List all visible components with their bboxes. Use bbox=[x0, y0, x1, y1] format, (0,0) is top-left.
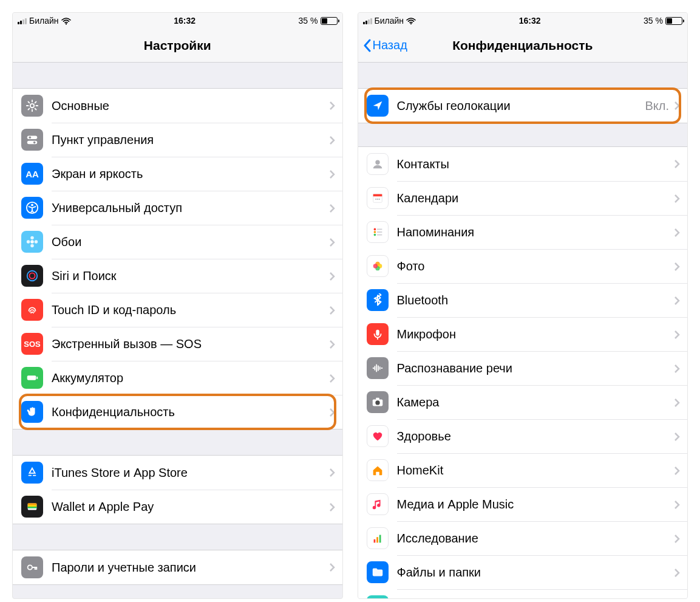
back-label: Назад bbox=[373, 38, 407, 52]
svg-rect-20 bbox=[28, 507, 37, 508]
chevron-right-icon bbox=[674, 228, 680, 238]
privacy-content: Службы геолокацииВкл. КонтактыКалендариН… bbox=[358, 63, 688, 598]
settings-row-gear[interactable]: Основные bbox=[13, 89, 342, 123]
settings-row-location[interactable]: Службы геолокацииВкл. bbox=[358, 89, 688, 123]
chevron-right-icon bbox=[674, 296, 680, 306]
settings-row-mic[interactable]: Микрофон bbox=[358, 317, 688, 351]
siri-icon bbox=[21, 265, 43, 287]
svg-point-22 bbox=[410, 23, 412, 24]
wallet-icon bbox=[21, 496, 43, 518]
appstore-icon bbox=[21, 462, 43, 484]
settings-row-aa[interactable]: AAЭкран и яркость bbox=[13, 157, 342, 191]
hand-icon bbox=[21, 401, 43, 423]
wifi-icon bbox=[406, 17, 416, 24]
settings-row-hand[interactable]: Конфиденциальность bbox=[13, 395, 342, 429]
settings-row-battery[interactable]: Аккумулятор bbox=[13, 361, 342, 395]
chevron-right-icon bbox=[329, 306, 335, 315]
settings-row-siri[interactable]: Siri и Поиск bbox=[13, 259, 342, 293]
svg-point-1 bbox=[30, 104, 34, 108]
row-label: Wallet и Apple Pay bbox=[52, 500, 324, 514]
svg-rect-2 bbox=[27, 136, 38, 140]
settings-row-accessibility[interactable]: Универсальный доступ bbox=[13, 191, 342, 225]
settings-row-fingerprint[interactable]: Touch ID и код-пароль bbox=[13, 293, 342, 327]
key-icon bbox=[21, 556, 43, 578]
svg-point-8 bbox=[30, 240, 34, 244]
svg-point-27 bbox=[377, 199, 378, 200]
chevron-right-icon bbox=[674, 262, 680, 272]
settings-row-sos[interactable]: SOSЭкстренный вызов — SOS bbox=[13, 327, 342, 361]
row-label: Камера bbox=[397, 395, 670, 409]
svg-rect-15 bbox=[27, 375, 36, 380]
settings-row-calendar[interactable]: Календари bbox=[358, 181, 688, 215]
svg-point-7 bbox=[31, 204, 33, 207]
row-label: Touch ID и код-пароль bbox=[52, 303, 324, 317]
settings-row-reminders[interactable]: Напоминания bbox=[358, 215, 688, 249]
settings-row-key[interactable]: Пароли и учетные записи bbox=[13, 550, 342, 584]
settings-row-waveform[interactable]: Распознавание речи bbox=[358, 351, 688, 385]
settings-row-research[interactable]: Исследование bbox=[358, 521, 688, 555]
settings-row-camera[interactable]: Камера bbox=[358, 385, 688, 419]
row-value: Вкл. bbox=[645, 99, 669, 113]
settings-row-home[interactable]: HomeKit bbox=[358, 453, 688, 487]
research-icon bbox=[367, 527, 389, 549]
flower-icon bbox=[21, 231, 43, 253]
settings-row-heart[interactable]: Здоровье bbox=[358, 419, 688, 453]
chevron-right-icon bbox=[674, 568, 680, 578]
settings-row-flower[interactable]: Обои bbox=[13, 225, 342, 259]
row-label: Экстренный вызов — SOS bbox=[52, 337, 324, 351]
svg-rect-34 bbox=[377, 234, 382, 236]
settings-row-wallet[interactable]: Wallet и Apple Pay bbox=[13, 490, 342, 524]
phone-settings: Билайн 16:32 35 % Настройки ОсновныеПунк… bbox=[12, 12, 343, 599]
settings-row-bluetooth[interactable]: Bluetooth bbox=[358, 283, 688, 317]
sos-icon: SOS bbox=[21, 333, 43, 355]
back-button[interactable]: Назад bbox=[363, 29, 407, 62]
contacts-icon bbox=[367, 153, 389, 175]
row-label: Пароли и учетные записи bbox=[52, 561, 324, 575]
svg-point-26 bbox=[375, 199, 376, 200]
svg-point-14 bbox=[29, 273, 35, 278]
chevron-right-icon bbox=[329, 468, 335, 477]
settings-row-photos[interactable]: Фото bbox=[358, 249, 688, 283]
svg-rect-43 bbox=[373, 539, 375, 543]
settings-row-switches[interactable]: Пункт управления bbox=[13, 123, 342, 157]
chevron-right-icon bbox=[329, 374, 335, 383]
svg-rect-25 bbox=[373, 194, 382, 197]
svg-point-10 bbox=[30, 244, 34, 248]
chevron-right-icon bbox=[674, 432, 680, 442]
reminders-icon bbox=[367, 221, 389, 243]
status-time: 16:32 bbox=[519, 16, 541, 26]
row-label: Напоминания bbox=[397, 225, 670, 239]
battery-icon bbox=[665, 17, 682, 25]
settings-row-fitness[interactable]: Движения и фитнес bbox=[358, 589, 688, 598]
signal-icon bbox=[18, 17, 27, 24]
status-time: 16:32 bbox=[174, 16, 195, 26]
waveform-icon bbox=[367, 357, 389, 379]
chevron-right-icon bbox=[674, 101, 680, 111]
chevron-right-icon bbox=[674, 364, 680, 374]
row-label: Пункт управления bbox=[52, 133, 324, 147]
row-label: Экран и яркость bbox=[52, 167, 324, 181]
chevron-right-icon bbox=[329, 563, 335, 572]
home-icon bbox=[367, 459, 389, 481]
settings-row-folder[interactable]: Файлы и папки bbox=[358, 555, 688, 589]
svg-rect-32 bbox=[377, 229, 382, 230]
heart-icon bbox=[367, 425, 389, 447]
battery-percent: 35 % bbox=[644, 16, 663, 26]
calendar-icon bbox=[367, 187, 389, 209]
svg-point-5 bbox=[33, 142, 36, 144]
nav-bar: Настройки bbox=[13, 29, 342, 63]
carrier-label: Билайн bbox=[375, 16, 404, 26]
svg-rect-33 bbox=[377, 231, 382, 233]
row-label: Здоровье bbox=[397, 429, 670, 443]
chevron-right-icon bbox=[329, 135, 335, 145]
svg-point-21 bbox=[28, 565, 32, 569]
svg-rect-39 bbox=[376, 330, 379, 336]
battery-icon bbox=[21, 367, 43, 389]
chevron-right-icon bbox=[674, 534, 680, 544]
chevron-right-icon bbox=[674, 500, 680, 510]
settings-row-music[interactable]: Медиа и Apple Music bbox=[358, 487, 688, 521]
row-label: Контакты bbox=[397, 157, 670, 171]
location-icon bbox=[367, 95, 389, 117]
settings-row-appstore[interactable]: iTunes Store и App Store bbox=[13, 456, 342, 490]
settings-row-contacts[interactable]: Контакты bbox=[358, 147, 688, 181]
